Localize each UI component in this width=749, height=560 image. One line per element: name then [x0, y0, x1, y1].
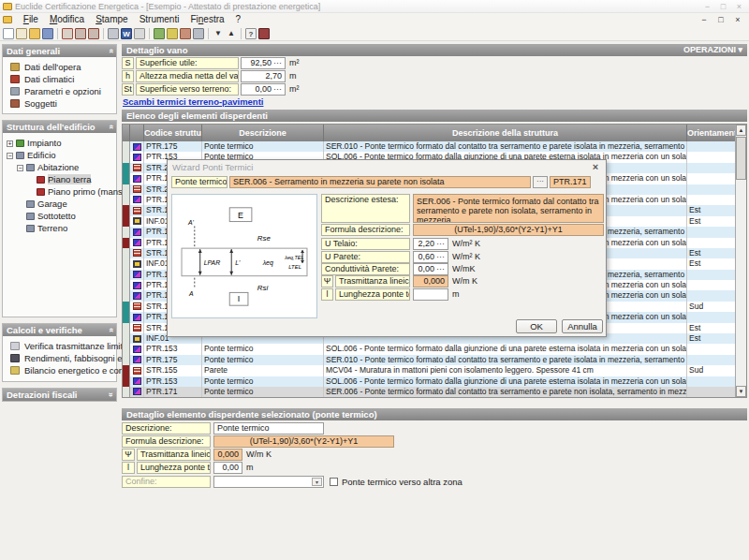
tree-item-terreno[interactable]: Terreno	[3, 222, 116, 234]
conduttivita-label: Conduttività Parete:	[321, 263, 410, 275]
sidebar-item-bilancio-energetico-e-consumi[interactable]: Bilancio energetico e consumi	[3, 364, 116, 376]
panel-header[interactable]: Detrazioni fiscali«	[3, 389, 116, 401]
open-icon[interactable]	[29, 28, 40, 39]
tree-item-abitazione[interactable]: −Abitazione	[3, 161, 116, 173]
descrizione-input[interactable]: Ponte termico	[213, 422, 324, 435]
confine-dropdown[interactable]: ▾	[213, 476, 324, 488]
row-status-bar	[123, 184, 130, 195]
browse-dots-icon[interactable]: ···	[273, 58, 282, 67]
browse-dots-icon[interactable]: ···	[436, 264, 445, 273]
doc-green-icon[interactable]	[154, 28, 165, 39]
menu-strumenti[interactable]: Strumenti	[134, 13, 185, 26]
move-down-icon[interactable]: ▼	[213, 28, 224, 39]
table-export-icon[interactable]	[134, 28, 145, 39]
tree-item-sottotetto[interactable]: Sottotetto	[3, 210, 116, 222]
sidebar-item-parametri-e-opzioni[interactable]: Parametri e opzioni	[3, 85, 116, 97]
field-unit: m²	[289, 57, 300, 69]
chevron-down-icon[interactable]: ▾	[312, 478, 322, 486]
collapse-icon[interactable]: −	[17, 165, 23, 171]
table-row[interactable]: STR.155PareteMCV04 - Muratura in mattoni…	[123, 365, 746, 376]
lunghezza-input[interactable]: 0,00	[213, 462, 242, 474]
tree-item-garage[interactable]: Garage	[3, 198, 116, 210]
copy-stack-icon[interactable]	[193, 28, 204, 39]
scroll-down-icon[interactable]: ▼	[736, 386, 746, 397]
minimize-button[interactable]: −	[701, 0, 713, 13]
sidebar-item-verifica-trasmittanze-limite[interactable]: Verifica trasmittanze limite	[3, 340, 116, 352]
sidebar-item-soggetti[interactable]: Soggetti	[3, 97, 116, 110]
tree-item-piano-terra[interactable]: Piano terra	[3, 173, 116, 185]
print-icon[interactable]	[108, 28, 119, 39]
ok-button[interactable]: OK	[516, 319, 557, 333]
chevron-up-icon[interactable]: «	[105, 49, 117, 53]
table-row[interactable]: PTR.153Ponte termicoSOL.006 - Ponte term…	[123, 344, 746, 354]
browse-dots-icon[interactable]: ···	[273, 84, 282, 94]
table-row[interactable]: PTR.175Ponte termicoSER.010 - Ponte term…	[123, 355, 746, 365]
operazioni-button[interactable]: OPERAZIONI ▾	[683, 44, 742, 56]
conduttivita-input[interactable]: 0,00···	[413, 263, 448, 275]
table-row[interactable]: PTR.175Ponte termicoSER.010 - Ponte term…	[123, 141, 746, 152]
menu-finestra[interactable]: Finestra	[184, 13, 229, 26]
sidebar-item-dati-dell-opera[interactable]: Dati dell'opera	[3, 61, 116, 73]
tree-item-edificio[interactable]: −Edificio	[3, 149, 116, 161]
row-type-cell	[130, 302, 144, 312]
field-input[interactable]: 0,00···	[241, 83, 286, 96]
tree-item-impianto[interactable]: +Impianto	[3, 137, 116, 149]
field-input[interactable]: 2,70	[241, 70, 286, 82]
expand-icon[interactable]: +	[7, 140, 13, 147]
ponte-termico-altra-zona-checkbox[interactable]	[330, 478, 338, 486]
menu-stampe[interactable]: Stampe	[90, 13, 133, 26]
chevron-up-icon[interactable]: «	[105, 328, 117, 332]
replace-icon[interactable]	[88, 28, 99, 39]
browse-button[interactable]: ···	[533, 176, 548, 188]
exit-icon[interactable]	[258, 28, 270, 39]
save-icon[interactable]	[42, 28, 53, 39]
chevron-down-icon[interactable]: «	[105, 392, 117, 397]
scroll-up-icon[interactable]: ▲	[736, 125, 746, 136]
new-from-template-icon[interactable]	[16, 28, 27, 39]
table-row[interactable]: PTR.171Ponte termicoSER.006 - Ponte term…	[123, 387, 746, 397]
u-telaio-input[interactable]: 2,20···	[413, 238, 448, 250]
collapse-icon[interactable]: −	[7, 153, 13, 159]
word-export-icon[interactable]: W	[121, 28, 132, 39]
menu-?[interactable]: ?	[230, 13, 247, 26]
table-row[interactable]: PTR.153Ponte termicoSOL.006 - Ponte term…	[123, 376, 746, 387]
panel-body: Verifica trasmittanze limiteRendimenti, …	[3, 336, 116, 381]
trasmittanza-unit: W/m K	[246, 449, 272, 461]
child-restore-button[interactable]: □	[715, 13, 727, 26]
menu-file[interactable]: File	[18, 13, 44, 26]
col-descrizione-header[interactable]: Descrizione	[202, 125, 324, 141]
doc-print-icon[interactable]	[180, 28, 191, 39]
doc-yellow-icon[interactable]	[167, 28, 178, 39]
sidebar-item-dati-climatici[interactable]: Dati climatici	[3, 73, 116, 85]
lunghezza-ponte-input[interactable]	[413, 288, 448, 301]
maximize-button[interactable]: □	[717, 0, 729, 13]
tree-item-piano-primo-mansarda-[interactable]: Piano primo (mansarda)	[3, 185, 116, 198]
close-button[interactable]: ×	[733, 0, 745, 13]
close-icon[interactable]: ×	[589, 161, 602, 173]
menu-modifica[interactable]: Modifica	[44, 13, 90, 26]
child-close-button[interactable]: ×	[732, 13, 743, 26]
help-icon[interactable]: ?	[245, 28, 257, 39]
browse-dots-icon[interactable]: ···	[436, 252, 445, 261]
panel-header[interactable]: Struttura dell'edificio«	[3, 121, 116, 133]
import-icon[interactable]	[62, 28, 73, 39]
browse-dots-icon[interactable]: ···	[436, 239, 445, 248]
panel-header[interactable]: Calcoli e verifiche«	[3, 324, 116, 336]
u-parete-unit: W/m² K	[452, 251, 480, 263]
find-icon[interactable]	[75, 28, 86, 39]
chevron-up-icon[interactable]: «	[105, 125, 117, 129]
u-parete-input[interactable]: 0,60···	[413, 251, 448, 263]
annulla-button[interactable]: Annulla	[562, 319, 603, 333]
col-struttura-header[interactable]: Descrizione della struttura	[324, 125, 687, 141]
sidebar-item-rendimenti-fabbisogni-ed-ep[interactable]: Rendimenti, fabbisogni ed EP	[3, 352, 116, 364]
col-orientamento-header[interactable]: Orientamento	[687, 125, 735, 141]
child-minimize-button[interactable]: −	[698, 13, 710, 26]
col-codice-header[interactable]: Codice struttura	[144, 125, 202, 141]
panel-header[interactable]: Dati generali«	[3, 45, 116, 57]
new-document-icon[interactable]	[3, 28, 14, 39]
scrollbar-thumb[interactable]	[736, 137, 746, 180]
field-input[interactable]: 92,50···	[241, 57, 286, 69]
table-scrollbar[interactable]: ▲ ▼	[735, 125, 746, 397]
scambi-termici-link[interactable]: Scambi termici terreno-pavimenti	[123, 96, 263, 107]
move-up-icon[interactable]: ▲	[226, 28, 237, 39]
